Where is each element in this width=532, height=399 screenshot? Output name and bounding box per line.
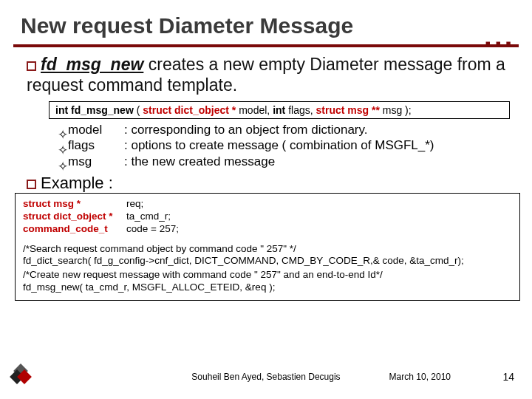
lead-paragraph: fd_msg_new creates a new empty Diameter …	[27, 55, 510, 95]
decl-type: struct dict_object *	[23, 211, 126, 223]
decl-var: code = 257;	[126, 223, 179, 236]
code-comment: /*Search request command object by comma…	[23, 243, 512, 256]
square-bullet-icon	[27, 180, 36, 189]
sig-p1-type: dict_object *	[174, 104, 236, 116]
example-label: Example :	[41, 174, 113, 192]
sig-p3-kw: struct	[316, 104, 344, 116]
param-row: ✧ model : corresponding to an object fro…	[58, 122, 510, 137]
decl-row: command_code_t code = 257;	[23, 223, 512, 236]
code-line: fd_msg_new( ta_cmd_r, MSGFL_ALLOC_ETEID,…	[23, 282, 512, 294]
decl-var: ta_cmd_r;	[126, 211, 171, 223]
sig-name: fd_msg_new	[71, 104, 134, 116]
decl-row: struct dict_object * ta_cmd_r;	[23, 211, 512, 223]
sig-p1-kw: struct	[143, 104, 171, 116]
sig-p3-name: msg	[383, 104, 402, 116]
code-box: struct msg * req; struct dict_object * t…	[15, 193, 520, 301]
footer-authors: Souheil Ben Ayed, Sebastien Decugis	[0, 372, 532, 382]
param-name: msg	[68, 154, 124, 169]
page-number: 14	[502, 371, 514, 383]
sig-return: int	[55, 104, 68, 116]
decl-type: struct msg *	[23, 198, 126, 211]
sig-p2-kw: int	[273, 104, 285, 116]
param-desc: : the new created message	[124, 154, 275, 169]
footer: Souheil Ben Ayed, Sebastien Decugis Marc…	[0, 366, 532, 387]
code-comment: /*Create new request message with comman…	[23, 269, 512, 282]
sig-p1-name: model	[239, 104, 267, 116]
param-desc: : options to create message ( combinatio…	[124, 137, 434, 153]
signature-box: int fd_msg_new ( struct dict_object * mo…	[49, 101, 510, 119]
sig-p2-name: flags	[288, 104, 310, 116]
square-bullet-icon	[27, 61, 36, 71]
wave-bullet-icon: ✧	[58, 127, 64, 133]
param-name: model	[68, 122, 124, 137]
param-row: ✧ msg : the new created message	[58, 154, 510, 169]
example-heading: Example :	[27, 174, 510, 193]
wave-bullet-icon: ✧	[58, 143, 64, 149]
decl-type: command_code_t	[23, 223, 126, 236]
code-line: fd_dict_search( fd_g_config->cnf_dict, D…	[23, 255, 512, 267]
param-row: ✧ flags : options to create message ( co…	[58, 137, 510, 153]
sig-p3-type: msg **	[347, 104, 380, 116]
decl-row: struct msg * req;	[23, 198, 512, 211]
param-desc: : corresponding to an object from dictio…	[124, 122, 367, 137]
param-list: ✧ model : corresponding to an object fro…	[58, 122, 510, 169]
function-name: fd_msg_new	[41, 55, 143, 74]
footer-date: March 10, 2010	[389, 372, 451, 382]
slide-title: New request Diameter Message	[0, 0, 532, 44]
title-rule: ▪▪▪	[13, 44, 519, 47]
wave-bullet-icon: ✧	[58, 159, 64, 165]
param-name: flags	[68, 137, 124, 153]
dots-decor: ▪▪▪	[485, 34, 516, 53]
decl-var: req;	[126, 198, 143, 211]
